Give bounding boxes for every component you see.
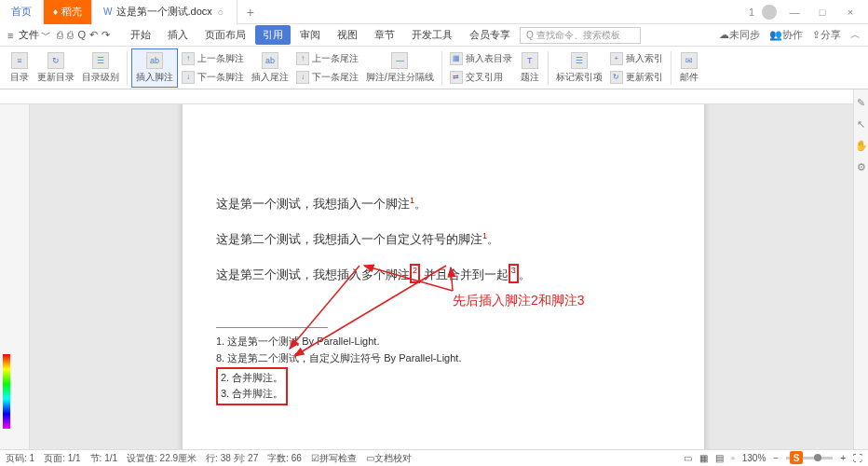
paragraph-1[interactable]: 这是第一个测试，我想插入一个脚注1。 xyxy=(216,188,671,220)
new-tab-button[interactable]: + xyxy=(237,5,264,20)
footnote-nav: ↑上一条脚注 ↓下一条脚注 xyxy=(178,48,248,88)
sep-icon: — xyxy=(391,52,408,69)
sync-status[interactable]: ☁未同步 xyxy=(719,28,760,42)
update-toc-button[interactable]: ↻更新目录 xyxy=(34,48,78,88)
index-group: +插入索引 ↻更新索引 xyxy=(606,48,667,88)
redo-icon[interactable]: ↷ xyxy=(102,29,110,41)
position[interactable]: 设置值: 22.9厘米 xyxy=(127,452,197,465)
footnote-4[interactable]: 3. 合并脚注。 xyxy=(221,386,283,403)
settings-icon[interactable]: ⚙ xyxy=(857,161,866,173)
upd-icon: ↻ xyxy=(610,71,623,84)
hamburger-icon[interactable]: ≡ xyxy=(7,30,13,41)
prev-footnote[interactable]: ↑上一条脚注 xyxy=(182,50,244,67)
tab-section[interactable]: 章节 xyxy=(367,25,402,45)
tab-document[interactable]: W 这是第一个测试.docx ○ xyxy=(92,0,237,24)
footnote-1[interactable]: 1. 这是第一个测试 By Parallel-Light. xyxy=(216,334,671,350)
footnote-3[interactable]: 2. 合并脚注。 xyxy=(221,370,283,387)
view-icon-3[interactable]: ▤ xyxy=(715,453,724,463)
menu-tabs: 开始 插入 页面布局 引用 审阅 视图 章节 开发工具 会员专享 xyxy=(123,25,518,45)
cross-ref[interactable]: ⇄交叉引用 xyxy=(450,69,512,86)
zoom-out[interactable]: − xyxy=(773,453,779,463)
tab-dev[interactable]: 开发工具 xyxy=(404,25,460,45)
separator-button[interactable]: —脚注/尾注分隔线 xyxy=(362,48,438,88)
toc-button[interactable]: ≡目录 xyxy=(6,48,34,88)
footnote-ref-2: 2 xyxy=(413,266,417,275)
footnotes-area[interactable]: 1. 这是第一个测试 By Parallel-Light. 8. 这是第二个测试… xyxy=(216,334,671,404)
spellcheck[interactable]: ☑拼写检查 xyxy=(311,452,357,465)
view-icon-1[interactable]: ▭ xyxy=(684,453,692,463)
section[interactable]: 节: 1/1 xyxy=(90,452,117,465)
workspace: 这是第一个测试，我想插入一个脚注1。 这是第二个测试，我想插入一个自定义符号的脚… xyxy=(15,104,853,449)
undo-icon[interactable]: ↶ xyxy=(89,29,98,41)
fullscreen-icon[interactable]: ⛶ xyxy=(853,453,862,463)
tab-member[interactable]: 会员专享 xyxy=(462,25,518,45)
proofread[interactable]: ▭文档校对 xyxy=(366,452,412,465)
tab-label: 首页 xyxy=(11,5,32,19)
right-sidebar: ✎ ↖ ✋ ⚙ xyxy=(853,89,868,449)
footnote-separator xyxy=(216,327,328,328)
caption-button[interactable]: T题注 xyxy=(516,48,544,88)
vertical-ruler[interactable] xyxy=(15,104,30,449)
toc-level-button[interactable]: ☰目录级别 xyxy=(78,48,123,88)
zoom-level[interactable]: 130% xyxy=(742,453,766,463)
tab-reference[interactable]: 引用 xyxy=(255,25,291,45)
horizontal-ruler[interactable] xyxy=(0,89,868,104)
word-count[interactable]: 字数: 66 xyxy=(267,452,302,465)
mark-index-button[interactable]: ☰标记索引项 xyxy=(552,48,606,88)
share-icon: ⇪ xyxy=(812,29,821,40)
search-input[interactable]: Q 查找命令、搜索模板 xyxy=(520,27,641,44)
next-footnote[interactable]: ↓下一条脚注 xyxy=(182,69,244,86)
insert-index[interactable]: +插入索引 xyxy=(610,50,663,67)
view-icon-4[interactable]: ▫ xyxy=(731,453,735,463)
chevron-down-icon: ﹀ xyxy=(41,28,51,42)
zoom-in[interactable]: + xyxy=(840,453,846,463)
tab-view[interactable]: 视图 xyxy=(330,25,365,45)
minimize-button[interactable]: — xyxy=(784,7,805,18)
preview-icon[interactable]: Q xyxy=(77,29,86,41)
close-button[interactable]: × xyxy=(840,7,861,18)
update-index[interactable]: ↻更新索引 xyxy=(610,69,663,86)
view-icon-2[interactable]: ▦ xyxy=(699,453,708,463)
footnote-2[interactable]: 8. 这是第二个测试，自定义脚注符号 By Parallel-Light. xyxy=(216,350,671,367)
endnote-icon: ab xyxy=(262,52,278,69)
hand-icon[interactable]: ✋ xyxy=(855,140,868,152)
insert-table-toc[interactable]: ▦插入表目录 xyxy=(450,50,512,67)
insert-footnote-button[interactable]: ab插入脚注 xyxy=(131,48,178,88)
pencil-icon[interactable]: ✎ xyxy=(857,97,865,109)
mail-button[interactable]: ✉邮件 xyxy=(675,48,703,88)
annotation-text: 先后插入脚注2和脚注3 xyxy=(453,283,585,317)
insert-endnote-button[interactable]: ab插入尾注 xyxy=(248,48,292,88)
tab-insert[interactable]: 插入 xyxy=(160,25,196,45)
paragraph-3[interactable]: 这是第三个测试，我想插入多个脚注2 并且合并到一起3。 xyxy=(216,259,671,291)
next-endnote[interactable]: ↓下一条尾注 xyxy=(296,69,359,86)
tab-daoke[interactable]: ♦稻壳 xyxy=(44,0,92,24)
chevron-up-icon[interactable]: ︿ xyxy=(850,28,861,42)
tab-review[interactable]: 审阅 xyxy=(292,25,328,45)
page-number[interactable]: 页码: 1 xyxy=(6,452,34,465)
print-icon[interactable]: ⎙ xyxy=(67,29,74,41)
caption-icon: T xyxy=(522,52,538,69)
level-icon: ☰ xyxy=(92,52,109,69)
close-icon[interactable]: ○ xyxy=(216,7,225,18)
collab-button[interactable]: 👥协作 xyxy=(769,28,803,42)
prev-endnote[interactable]: ↑上一条尾注 xyxy=(296,50,359,67)
share-button[interactable]: ⇪分享 xyxy=(812,28,841,42)
document-page[interactable]: 这是第一个测试，我想插入一个脚注1。 这是第二个测试，我想插入一个自定义符号的脚… xyxy=(183,104,704,449)
cursor-icon[interactable]: ↖ xyxy=(857,118,865,130)
line-col[interactable]: 行: 38 列: 27 xyxy=(206,452,258,465)
menubar: ≡ 文件﹀ ⎙ ⎙ Q ↶ ↷ 开始 插入 页面布局 引用 审阅 视图 章节 开… xyxy=(0,24,868,47)
divider xyxy=(127,51,128,85)
tab-home[interactable]: 首页 xyxy=(0,0,44,24)
tab-layout[interactable]: 页面布局 xyxy=(197,25,253,45)
maximize-button[interactable]: □ xyxy=(812,7,833,18)
ime-badge[interactable]: S xyxy=(790,451,803,464)
tab-start[interactable]: 开始 xyxy=(123,25,158,45)
page-count[interactable]: 页面: 1/1 xyxy=(44,452,80,465)
check-icon: ☑ xyxy=(311,453,319,463)
save-icon[interactable]: ⎙ xyxy=(57,29,63,41)
avatar-icon[interactable] xyxy=(762,5,777,20)
divider xyxy=(671,51,671,85)
paragraph-2[interactable]: 这是第二个测试，我想插入一个自定义符号的脚注1。 xyxy=(216,224,671,255)
index-icon: ☰ xyxy=(571,52,588,69)
file-menu[interactable]: 文件﹀ xyxy=(19,28,51,42)
